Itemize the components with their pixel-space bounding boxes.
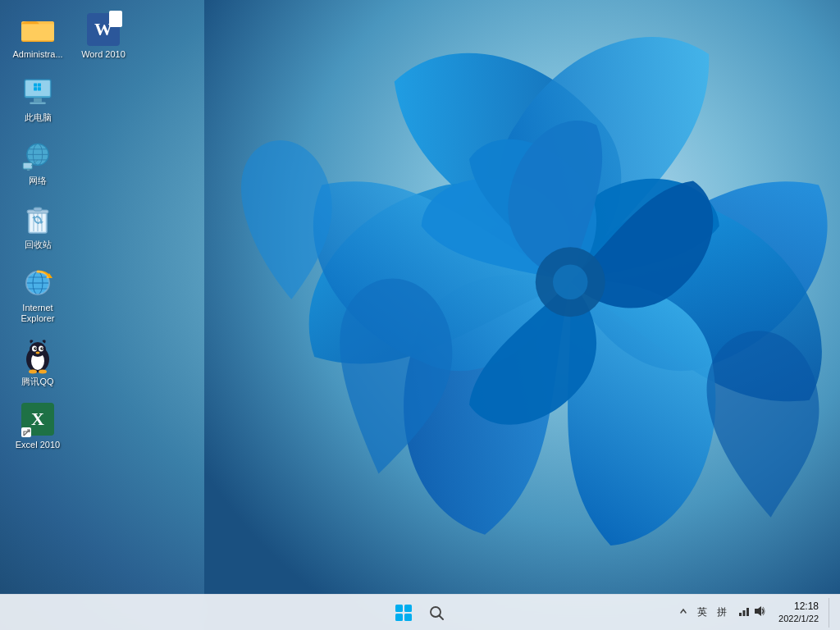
svg-point-47: [42, 348, 43, 349]
svg-point-49: [29, 370, 37, 374]
svg-rect-22: [24, 163, 32, 168]
clock-date: 2022/1/22: [778, 613, 819, 624]
recycle-icon-img: [21, 203, 54, 236]
svg-rect-31: [34, 208, 42, 211]
svg-rect-59: [746, 608, 749, 616]
ie-icon-img: [21, 267, 54, 299]
qq-label: 腾讯QQ: [21, 377, 53, 387]
show-desktop-button[interactable]: [829, 598, 833, 628]
ie-label: Internet Explorer: [11, 303, 64, 324]
svg-rect-11: [34, 84, 37, 87]
svg-rect-53: [395, 614, 403, 621]
svg-rect-14: [38, 88, 41, 91]
svg-rect-9: [30, 103, 46, 104]
clock-time: 12:18: [794, 600, 819, 614]
folder-icon-img: [21, 13, 54, 46]
svg-point-46: [35, 348, 36, 349]
svg-rect-12: [38, 84, 41, 87]
svg-rect-5: [21, 24, 54, 40]
taskbar: 英 拼: [0, 594, 840, 630]
administrator-folder-icon[interactable]: Administra...: [8, 8, 67, 65]
language-eng-indicator[interactable]: 英: [695, 604, 710, 621]
wallpaper-flower: [184, 0, 840, 630]
ie-icon[interactable]: Internet Explorer: [8, 262, 67, 329]
clock-area[interactable]: 12:18 2022/1/22: [774, 599, 824, 627]
this-computer-icon[interactable]: 此电脑: [8, 71, 67, 128]
svg-point-44: [34, 347, 37, 350]
recycle-bin-icon[interactable]: 回收站: [8, 199, 67, 255]
svg-point-50: [39, 370, 47, 374]
excel-icon-img: X: [21, 404, 54, 436]
svg-line-56: [440, 615, 444, 619]
svg-rect-23: [27, 170, 30, 171]
svg-point-45: [40, 347, 43, 350]
svg-rect-52: [404, 605, 412, 612]
svg-point-41: [30, 342, 46, 357]
desktop-icon-row-1: Administra... W Word 2010: [8, 8, 133, 65]
svg-rect-51: [395, 605, 403, 612]
excel-label: Excel 2010: [16, 440, 60, 450]
network-tray-icon: [737, 605, 751, 621]
start-button[interactable]: [389, 598, 418, 628]
desktop: Administra... W Word 2010: [0, 0, 840, 630]
language-pin-indicator[interactable]: 拼: [714, 604, 729, 621]
word-icon-img: W: [87, 13, 120, 46]
word-label: Word 2010: [81, 49, 126, 60]
network-label: 网络: [29, 176, 47, 186]
search-button[interactable]: [422, 598, 451, 628]
svg-point-2: [553, 265, 588, 300]
svg-point-48: [36, 352, 40, 354]
svg-rect-57: [739, 613, 742, 616]
svg-rect-8: [34, 98, 42, 103]
qq-icon-img: [21, 340, 54, 373]
monitor-icon-img: [21, 76, 54, 109]
svg-rect-54: [404, 614, 412, 621]
show-hidden-icons-button[interactable]: [677, 605, 690, 620]
taskbar-right: 英 拼: [677, 598, 840, 628]
network-icon-img: [21, 139, 54, 172]
word-2010-icon[interactable]: W Word 2010: [74, 8, 133, 65]
qq-icon[interactable]: 腾讯QQ: [8, 336, 67, 392]
recycle-bin-label: 回收站: [25, 240, 52, 250]
taskbar-center: [389, 598, 451, 628]
svg-rect-13: [34, 88, 37, 91]
system-tray-group[interactable]: [734, 603, 769, 623]
sound-tray-icon: [752, 605, 765, 621]
svg-rect-58: [743, 610, 746, 616]
this-computer-label: 此电脑: [25, 112, 52, 123]
folder-label: Administra...: [12, 49, 62, 60]
svg-marker-60: [755, 606, 761, 616]
network-icon[interactable]: 网络: [8, 135, 67, 191]
excel-2010-icon[interactable]: X Excel 2010: [8, 399, 67, 455]
desktop-icons: Administra... W Word 2010: [8, 8, 133, 456]
